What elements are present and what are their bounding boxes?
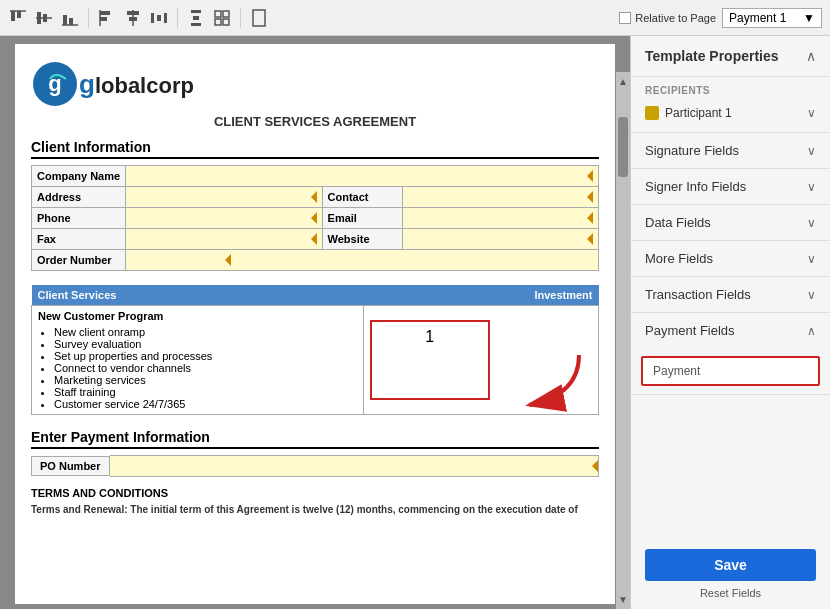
svg-rect-18: [191, 10, 201, 13]
svg-rect-1: [17, 11, 21, 18]
list-item: Marketing services: [54, 374, 357, 386]
resize-icon[interactable]: [212, 8, 232, 28]
align-top-icon[interactable]: [8, 8, 28, 28]
signer-info-fields-label: Signer Info Fields: [645, 179, 746, 194]
main-area: g g lobalcorp CLIENT SERVICES AGREEMENT …: [0, 36, 830, 609]
svg-rect-22: [223, 11, 229, 17]
svg-rect-16: [157, 15, 161, 21]
svg-rect-17: [164, 13, 167, 23]
po-fill-marker: [592, 460, 598, 472]
more-fields-label: More Fields: [645, 251, 713, 266]
doc-title: CLIENT SERVICES AGREEMENT: [31, 114, 599, 129]
participant-name: Participant 1: [665, 106, 807, 120]
terms-text: Terms and Renewal: The initial term of t…: [31, 503, 599, 517]
payment-title: Enter Payment Information: [31, 429, 599, 449]
email-field[interactable]: [402, 208, 598, 229]
align-center-h-icon[interactable]: [123, 8, 143, 28]
fax-field[interactable]: [126, 229, 322, 250]
page-dropdown[interactable]: Payment 1 ▼: [722, 8, 822, 28]
terms-section: TERMS AND CONDITIONS Terms and Renewal: …: [31, 487, 599, 517]
participant-chevron: ∨: [807, 106, 816, 120]
more-fields-chevron: ∨: [807, 252, 816, 266]
email-fill: [408, 211, 593, 225]
terms-body: The initial term of this Agreement is tw…: [130, 504, 577, 515]
relative-to-page-label: Relative to Page: [619, 12, 716, 24]
data-fields-chevron: ∨: [807, 216, 816, 230]
investment-cell: 1: [363, 306, 598, 415]
separator-3: [240, 8, 241, 28]
align-center-v-icon[interactable]: [34, 8, 54, 28]
signature-fields-accordion: Signature Fields ∨: [631, 133, 830, 169]
logo-letter: g: [79, 69, 95, 100]
signature-fields-label: Signature Fields: [645, 143, 739, 158]
relative-checkbox[interactable]: [619, 12, 631, 24]
svg-rect-20: [191, 23, 201, 26]
page-icon[interactable]: [249, 8, 269, 28]
po-number-field[interactable]: [110, 455, 599, 477]
payment-fields-accordion: Payment Fields ∧ Payment: [631, 313, 830, 395]
payment-field-item[interactable]: Payment: [641, 356, 820, 386]
right-panel: Template Properties ∧ RECIPIENTS Partici…: [630, 36, 830, 609]
address-field[interactable]: [126, 187, 322, 208]
fax-label: Fax: [32, 229, 126, 250]
signer-info-fields-header[interactable]: Signer Info Fields ∨: [631, 169, 830, 204]
contact-fill: [408, 190, 593, 204]
client-info-title: Client Information: [31, 139, 599, 159]
svg-rect-6: [63, 15, 67, 25]
payment-field-label: Payment: [653, 364, 700, 378]
company-name-field[interactable]: [126, 166, 599, 187]
payment-section: Enter Payment Information PO Number: [31, 429, 599, 477]
participant-item[interactable]: Participant 1 ∨: [645, 102, 816, 124]
company-name-label: Company Name: [32, 166, 126, 187]
more-fields-header[interactable]: More Fields ∨: [631, 241, 830, 276]
distribute-v-icon[interactable]: [186, 8, 206, 28]
distribute-h-icon[interactable]: [149, 8, 169, 28]
order-number-field[interactable]: [126, 250, 599, 271]
reset-fields-link[interactable]: Reset Fields: [645, 587, 816, 599]
investment-field[interactable]: 1: [370, 320, 490, 400]
svg-rect-7: [69, 18, 73, 25]
phone-fill: [131, 211, 316, 225]
program-items: New client onramp Survey evaluation Set …: [38, 326, 357, 410]
save-button[interactable]: Save: [645, 549, 816, 581]
transaction-fields-header[interactable]: Transaction Fields ∨: [631, 277, 830, 312]
address-fill: [131, 190, 316, 204]
phone-label: Phone: [32, 208, 126, 229]
program-name: New Customer Program: [38, 310, 357, 322]
svg-rect-25: [253, 10, 265, 26]
svg-rect-10: [100, 17, 107, 21]
fax-fill: [131, 232, 316, 246]
po-number-label: PO Number: [31, 456, 110, 476]
list-item: Staff training: [54, 386, 357, 398]
scroll-thumb[interactable]: [618, 117, 628, 177]
payment-fields-label: Payment Fields: [645, 323, 735, 338]
order-number-label: Order Number: [32, 250, 126, 271]
signer-info-fields-chevron: ∨: [807, 180, 816, 194]
investment-col-header: Investment: [363, 285, 598, 306]
payment-fields-chevron: ∧: [807, 324, 816, 338]
list-item: Survey evaluation: [54, 338, 357, 350]
align-bottom-icon[interactable]: [60, 8, 80, 28]
contact-field[interactable]: [402, 187, 598, 208]
document-panel: g g lobalcorp CLIENT SERVICES AGREEMENT …: [0, 36, 630, 609]
email-label: Email: [322, 208, 402, 229]
more-fields-accordion: More Fields ∨: [631, 241, 830, 277]
list-item: Set up properties and processes: [54, 350, 357, 362]
doc-scroll[interactable]: g g lobalcorp CLIENT SERVICES AGREEMENT …: [0, 36, 630, 609]
scroll-bar[interactable]: ▲ ▼: [616, 72, 630, 609]
svg-rect-0: [11, 11, 15, 21]
payment-fields-header[interactable]: Payment Fields ∧: [631, 313, 830, 348]
template-properties-title: Template Properties: [645, 48, 779, 64]
template-properties-header[interactable]: Template Properties ∧: [631, 36, 830, 77]
align-left-icon[interactable]: [97, 8, 117, 28]
terms-title: TERMS AND CONDITIONS: [31, 487, 599, 499]
svg-rect-23: [215, 19, 221, 25]
participant-color: [645, 106, 659, 120]
services-table: Client Services Investment New Customer …: [31, 285, 599, 415]
data-fields-header[interactable]: Data Fields ∨: [631, 205, 830, 240]
phone-field[interactable]: [126, 208, 322, 229]
website-field[interactable]: [402, 229, 598, 250]
payment-fields-content: Payment: [631, 348, 830, 394]
signature-fields-header[interactable]: Signature Fields ∨: [631, 133, 830, 168]
website-fill: [408, 232, 593, 246]
